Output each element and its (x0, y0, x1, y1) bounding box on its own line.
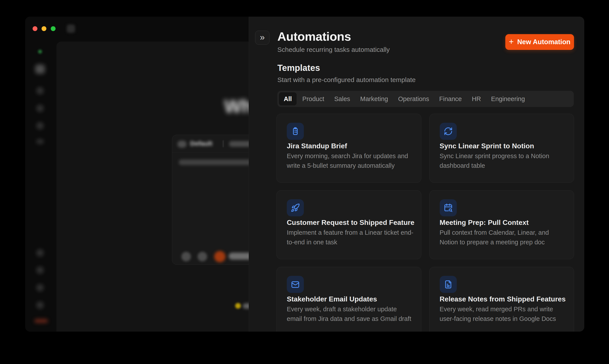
background-canvas: Wha Default (56, 41, 249, 332)
template-category-tabs: All Product Sales Marketing Operations F… (277, 91, 574, 107)
record-icon[interactable] (214, 251, 226, 262)
prompt-composer: Default (172, 135, 249, 265)
sync-icon (440, 123, 457, 140)
sidebar-item[interactable] (36, 87, 44, 94)
template-title: Release Notes from Shipped Features (440, 295, 566, 303)
clipboard-list-icon (287, 123, 304, 140)
template-description: Pull context from Calendar, Linear, and … (440, 228, 567, 247)
sidebar-item[interactable] (36, 266, 44, 274)
model-icon (177, 141, 187, 148)
page-subtitle: Schedule recurring tasks automatically (277, 46, 390, 53)
template-description: Sync Linear sprint progress to a Notion … (440, 151, 567, 170)
tab-operations[interactable]: Operations (398, 95, 429, 103)
template-title: Sync Linear Sprint to Notion (440, 142, 534, 150)
sidebar-item[interactable] (36, 122, 44, 130)
calendar-search-icon (440, 199, 457, 216)
template-card-sync-linear[interactable]: Sync Linear Sprint to Notion Sync Linear… (429, 114, 574, 183)
status-dot-icon (38, 50, 42, 53)
template-card-stakeholder-email[interactable]: Stakeholder Email Updates Every week, dr… (276, 267, 421, 332)
template-card-jira-standup[interactable]: Jira Standup Brief Every morning, search… (276, 114, 421, 183)
sidebar-item[interactable] (36, 301, 44, 309)
new-automation-button[interactable]: + New Automation (505, 34, 574, 50)
attach-icon[interactable] (181, 252, 191, 261)
template-description: Every week, draft a stakeholder update e… (287, 304, 414, 324)
template-card-customer-request[interactable]: Customer Request to Shipped Feature Impl… (276, 190, 421, 259)
tab-hr[interactable]: HR (472, 95, 481, 103)
file-text-icon (440, 276, 457, 293)
sidebar-item[interactable] (36, 249, 44, 257)
tools-icon[interactable] (197, 252, 207, 261)
tab-sales[interactable]: Sales (334, 95, 350, 103)
close-button[interactable] (33, 26, 38, 31)
tab-product[interactable]: Product (302, 95, 324, 103)
template-description: Every morning, search Jira for updates a… (287, 151, 414, 170)
composer-placeholder-blur[interactable] (179, 159, 249, 165)
status-yellow-dot (235, 303, 241, 309)
app-window: Wha Default (25, 17, 584, 332)
collapse-panel-button[interactable]: » (255, 31, 270, 45)
plus-icon: + (509, 37, 514, 46)
tab-engineering[interactable]: Engineering (491, 95, 525, 103)
sidebar-footer-badge (34, 319, 48, 323)
sidebar-item[interactable] (36, 104, 44, 112)
templates-subtitle: Start with a pre-configured automation t… (277, 76, 416, 84)
titlebar-icon (67, 25, 75, 33)
automations-panel: » Automations Schedule recurring tasks a… (249, 17, 584, 332)
templates-grid: Jira Standup Brief Every morning, search… (276, 114, 574, 332)
screen: Wha Default (0, 0, 609, 364)
tab-all[interactable]: All (279, 92, 297, 105)
template-title: Meeting Prep: Pull Context (440, 219, 529, 227)
send-label-blur (229, 253, 249, 260)
sidebar-item[interactable] (36, 284, 44, 291)
template-card-release-notes[interactable]: Release Notes from Shipped Features Ever… (429, 267, 574, 332)
tab-marketing[interactable]: Marketing (360, 95, 388, 103)
rocket-icon (287, 199, 304, 216)
template-title: Stakeholder Email Updates (287, 295, 377, 303)
divider (223, 140, 224, 147)
template-description: Implement a feature from a Linear ticket… (287, 228, 414, 247)
status-text-blur (243, 303, 249, 309)
sidebar-item-selected[interactable] (35, 65, 45, 74)
mail-icon (287, 276, 304, 293)
template-title: Customer Request to Shipped Feature (287, 219, 414, 227)
template-title: Jira Standup Brief (287, 142, 347, 150)
page-title: Automations (277, 29, 351, 43)
new-automation-label: New Automation (517, 38, 570, 46)
background-heading: Wha (224, 96, 249, 117)
template-card-meeting-prep[interactable]: Meeting Prep: Pull Context Pull context … (429, 190, 574, 259)
mode-selector-blur[interactable] (229, 141, 249, 147)
tab-finance[interactable]: Finance (439, 95, 462, 103)
background-app: Wha Default (25, 17, 249, 332)
sidebar-item[interactable] (36, 139, 44, 144)
minimize-button[interactable] (41, 26, 46, 31)
model-selector-row: Default (172, 135, 249, 153)
model-selector[interactable]: Default (190, 140, 212, 147)
zoom-button[interactable] (51, 26, 56, 31)
template-description: Every week, read merged PRs and write us… (440, 304, 567, 324)
templates-title: Templates (277, 63, 320, 73)
